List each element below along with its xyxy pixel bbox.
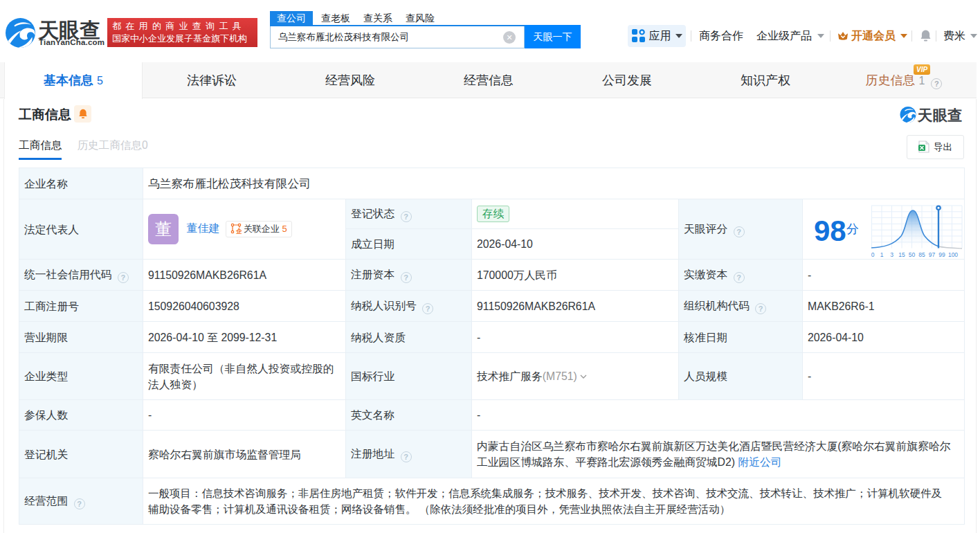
svg-text:97: 97 <box>929 251 936 258</box>
svg-text:50: 50 <box>909 251 916 258</box>
svg-text:企: 企 <box>235 228 242 235</box>
svg-text:1: 1 <box>880 251 884 258</box>
svg-text:天眼查: 天眼查 <box>917 107 963 124</box>
svg-text:99: 99 <box>938 251 945 258</box>
svg-text:0: 0 <box>871 251 875 258</box>
svg-text:100: 100 <box>948 251 958 258</box>
svg-text:85: 85 <box>918 251 925 258</box>
svg-text:3: 3 <box>890 251 893 258</box>
svg-text:15: 15 <box>898 251 905 258</box>
